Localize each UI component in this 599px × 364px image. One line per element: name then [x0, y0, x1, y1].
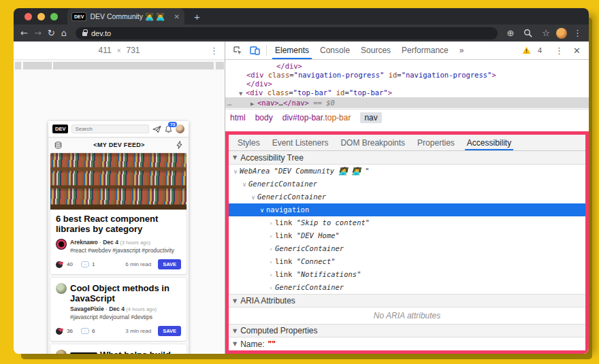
article-card[interactable]: #discuss What helps build developer conf…	[50, 344, 187, 354]
ax-node-link[interactable]: ›link "DEV Home"	[229, 229, 585, 242]
author-name[interactable]: Areknawo	[70, 239, 98, 246]
tab-properties[interactable]: Properties	[411, 135, 461, 150]
discuss-tag-badge[interactable]: #discuss	[70, 352, 97, 354]
device-width[interactable]: 411	[98, 46, 111, 55]
overflow-ellipsis[interactable]: …	[225, 97, 237, 108]
author-avatar[interactable]	[56, 239, 67, 250]
forward-icon[interactable]: →	[34, 29, 42, 37]
tab-console[interactable]: Console	[314, 42, 355, 59]
author-avatar[interactable]	[56, 283, 67, 294]
article-title[interactable]: Cool Object methods in JavaScript	[70, 283, 181, 304]
device-height[interactable]: 731	[126, 46, 140, 55]
collapsed-chevron-icon[interactable]: ›	[267, 217, 275, 230]
zoom-icon[interactable]: ⊕	[506, 29, 514, 37]
home-icon[interactable]: ⌂	[61, 29, 67, 37]
ax-node-link[interactable]: ›link "Connect"	[229, 255, 585, 268]
search-input[interactable]	[71, 125, 149, 133]
browser-menu-icon[interactable]: ⋮	[573, 29, 582, 37]
close-tab-icon[interactable]: ✕	[174, 13, 180, 20]
code-line[interactable]: <div class="navigation-progress" id="nav…	[225, 71, 589, 80]
article-tags[interactable]: #javascript #devjournal #devtips	[70, 314, 181, 320]
article-title[interactable]: 6 best React component libraries by cate…	[56, 214, 181, 235]
tab-sources[interactable]: Sources	[355, 42, 396, 59]
tab-performance[interactable]: Performance	[396, 42, 454, 59]
tab-accessibility[interactable]: Accessibility	[461, 135, 517, 150]
save-button[interactable]: SAVE	[158, 259, 181, 269]
accessibility-tree-header[interactable]: ▼ Accessibility Tree	[229, 151, 585, 165]
ax-node-link[interactable]: ›link "Notifications"	[229, 268, 585, 281]
feed-settings-bolt-icon[interactable]	[176, 141, 182, 149]
new-tab-button[interactable]: +	[194, 11, 200, 22]
section-collapse-icon[interactable]: ▼	[233, 328, 237, 334]
media-query-bar[interactable]	[14, 60, 225, 71]
computed-properties-header[interactable]: ▼ Computed Properties	[229, 324, 585, 337]
expanded-chevron-icon[interactable]: ∨	[240, 178, 248, 191]
collapsed-chevron-icon[interactable]: ›	[267, 256, 275, 269]
code-line[interactable]: ▼<div class="top-bar" id="top-bar">	[225, 88, 589, 97]
site-user-avatar[interactable]	[176, 125, 184, 133]
media-query-segment[interactable]	[23, 62, 52, 69]
expanded-chevron-icon[interactable]: ∨	[231, 165, 240, 178]
bookmark-star-icon[interactable]: ☆	[542, 29, 550, 37]
omnibox[interactable]: dev.to	[76, 27, 498, 39]
row-collapse-icon[interactable]: ▼	[233, 341, 237, 347]
back-icon[interactable]: ←	[20, 29, 28, 37]
close-window-button[interactable]	[25, 13, 32, 20]
author-avatar[interactable]	[56, 350, 67, 354]
tab-dom-breakpoints[interactable]: DOM Breakpoints	[334, 135, 411, 150]
devtools-menu-icon[interactable]: ⋮	[551, 46, 568, 56]
crumb-topbar[interactable]: div#top-bar.top-bar	[282, 113, 351, 122]
section-collapse-icon[interactable]: ▼	[233, 298, 237, 304]
article-tags[interactable]: #react #webdev #javascript #productivity	[70, 247, 174, 254]
ax-node-webarea[interactable]: ∨WebArea "DEV Community 👩‍💻 👨‍💻 "	[229, 165, 585, 178]
inspect-element-icon[interactable]	[229, 42, 246, 59]
heart-reaction-icon[interactable]: ❤	[56, 261, 64, 268]
ax-node-genericcontainer[interactable]: ∨GenericContainer	[229, 178, 585, 191]
device-toolbar-toggle-icon[interactable]	[246, 42, 263, 59]
article-cover-image[interactable]	[50, 153, 187, 210]
ax-node-link[interactable]: ›link "Skip to content"	[229, 216, 585, 229]
collapsed-chevron-icon[interactable]: ›	[267, 243, 275, 256]
crumb-body[interactable]: body	[255, 113, 273, 122]
author-name[interactable]: SavagePixie	[70, 305, 104, 312]
tab-styles[interactable]: Styles	[231, 135, 266, 150]
search-extension-icon[interactable]	[520, 29, 536, 37]
url-text[interactable]: dev.to	[91, 29, 111, 37]
expanded-chevron-icon[interactable]: ∨	[258, 204, 266, 217]
collapsed-chevron-icon[interactable]: ›	[267, 230, 275, 243]
selected-code-line[interactable]: …▶<nav>…</nav> == $0	[225, 97, 589, 108]
more-tabs-icon[interactable]: »	[454, 42, 470, 59]
section-collapse-icon[interactable]: ▼	[233, 154, 237, 161]
computed-name-row[interactable]: ▼ Name: ""	[229, 337, 585, 350]
collapsed-chevron-icon[interactable]: ›	[267, 282, 275, 295]
save-button[interactable]: SAVE	[158, 326, 181, 336]
notifications-bell[interactable]: 73	[165, 125, 172, 133]
crumb-html[interactable]: html	[230, 113, 246, 122]
heart-reaction-icon[interactable]: ❤	[56, 327, 64, 335]
device-toolbar-menu-icon[interactable]: ⋮	[210, 46, 218, 56]
collapsed-chevron-icon[interactable]: ›	[267, 269, 275, 282]
ax-node-navigation-selected[interactable]: ∨navigation	[229, 203, 585, 216]
media-query-segment[interactable]	[53, 62, 214, 69]
comments-icon[interactable]: ~	[81, 328, 89, 334]
expanded-chevron-icon[interactable]: ∨	[249, 191, 257, 204]
write-post-icon[interactable]	[152, 125, 161, 133]
reload-icon[interactable]: ↻	[48, 29, 55, 37]
media-query-segment[interactable]	[216, 62, 224, 69]
browser-tab[interactable]: DEV DEV Community 👩‍💻 👨‍💻 ✕	[67, 8, 184, 24]
comments-icon[interactable]: ~	[81, 261, 89, 267]
dev-logo[interactable]: DEV	[52, 125, 68, 134]
reading-list-icon[interactable]	[54, 142, 62, 149]
aria-attributes-header[interactable]: ▼ ARIA Attributes	[229, 294, 585, 308]
minimize-window-button[interactable]	[37, 13, 45, 20]
ax-node-genericcontainer[interactable]: ›GenericContainer	[229, 242, 585, 255]
profile-avatar[interactable]	[556, 28, 567, 39]
article-card[interactable]: 6 best React component libraries by cate…	[50, 153, 187, 274]
crumb-nav[interactable]: nav	[360, 112, 381, 123]
tab-event-listeners[interactable]: Event Listeners	[266, 135, 335, 150]
code-line[interactable]: </div>	[225, 62, 589, 71]
ax-node-genericcontainer[interactable]: ›GenericContainer	[229, 281, 585, 294]
article-card[interactable]: Cool Object methods in JavaScript Savage…	[50, 278, 187, 342]
warning-icon[interactable]	[519, 46, 534, 54]
collapse-arrow-icon[interactable]: ▶	[250, 99, 257, 109]
